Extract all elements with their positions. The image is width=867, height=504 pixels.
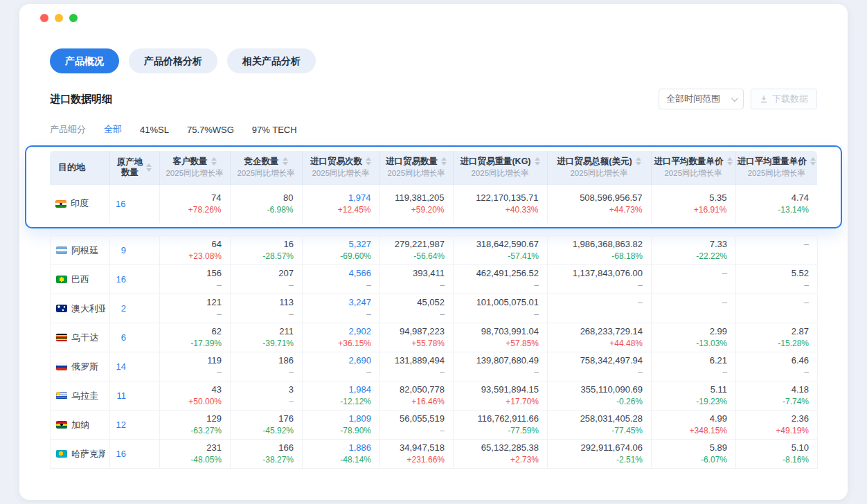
origin-count-link[interactable]: 6 bbox=[121, 332, 126, 343]
table-row[interactable]: 巴西16156–207–4,566–393,411–462,491,256.52… bbox=[51, 265, 818, 294]
minimize-window-button[interactable] bbox=[55, 14, 63, 22]
sorter-icon[interactable] bbox=[810, 157, 816, 165]
tab-related-product-analysis[interactable]: 相关产品分析 bbox=[227, 48, 316, 73]
sort-up-icon bbox=[146, 163, 152, 167]
sort-down-icon bbox=[810, 162, 816, 165]
metric-value: 94,987,223 bbox=[388, 325, 445, 338]
sorter-icon[interactable] bbox=[211, 157, 217, 165]
close-window-button[interactable] bbox=[40, 14, 48, 22]
metric-cell: 4.74-13.14% bbox=[735, 184, 817, 223]
growth-value: – bbox=[388, 309, 445, 321]
column-header-7[interactable]: 进口贸易重量(KG)2025同比增长率 bbox=[453, 151, 547, 184]
growth-value bbox=[556, 309, 643, 321]
table-row[interactable]: 加纳12129-63.27%176-45.92%1,809-78.90%56,0… bbox=[51, 411, 818, 440]
column-subtitle: 2025同比增长率 bbox=[166, 168, 223, 179]
metric-value: – bbox=[660, 296, 727, 309]
metric-value: 116,762,911.66 bbox=[462, 413, 539, 425]
growth-value: +59.20% bbox=[388, 204, 445, 216]
table-row[interactable]: 乌干达662-17.39%211-39.71%2,902+36.15%94,98… bbox=[51, 323, 818, 352]
growth-value: – bbox=[168, 367, 222, 379]
metric-value: 2.99 bbox=[660, 325, 727, 338]
origin-count-link[interactable]: 16 bbox=[116, 199, 125, 209]
trade-count-link[interactable]: 2,690 bbox=[311, 354, 371, 367]
metric-cell: – bbox=[736, 294, 818, 323]
origin-count-link[interactable]: 2 bbox=[121, 303, 126, 314]
sorter-icon[interactable] bbox=[441, 157, 447, 165]
metric-cell: 4,566– bbox=[303, 265, 380, 294]
column-header-10[interactable]: 进口平均重量单价2025同比增长率 bbox=[735, 151, 817, 184]
sort-down-icon bbox=[146, 168, 152, 172]
trade-count-link[interactable]: 1,974 bbox=[311, 192, 371, 204]
metric-cell: 62-17.39% bbox=[160, 323, 231, 352]
country-name: 澳大利亚 bbox=[71, 303, 105, 315]
metric-value: 6.46 bbox=[744, 354, 809, 367]
table-row[interactable]: 俄罗斯14119–186–2,690–131,889,494–139,807,6… bbox=[51, 352, 818, 381]
table-row[interactable]: 阿根廷964+23.08%16-28.57%5,327-69.60%279,22… bbox=[51, 236, 818, 265]
metric-cell: 5.89-6.07% bbox=[652, 440, 736, 469]
growth-value: -13.14% bbox=[744, 204, 810, 216]
metric-value: – bbox=[744, 238, 809, 251]
column-header-3[interactable]: 客户数量2025同比增长率 bbox=[159, 151, 230, 184]
sorter-icon[interactable] bbox=[535, 157, 540, 165]
growth-value: – bbox=[239, 367, 294, 379]
filter-option-41sl[interactable]: 41%SL bbox=[140, 125, 169, 135]
metric-cell: 1,809-78.90% bbox=[303, 411, 380, 440]
metric-cell: 64+23.08% bbox=[160, 236, 231, 265]
sorter-icon[interactable] bbox=[366, 157, 371, 165]
sort-up-icon bbox=[441, 157, 447, 161]
trade-count-link[interactable]: 1,809 bbox=[311, 413, 371, 425]
column-header-5[interactable]: 进口贸易次数2025同比增长率 bbox=[302, 151, 379, 184]
trade-count-link[interactable]: 1,886 bbox=[311, 442, 371, 454]
column-header-8[interactable]: 进口贸易总额(美元)2025同比增长率 bbox=[547, 151, 651, 184]
origin-count-link[interactable]: 14 bbox=[116, 361, 126, 372]
column-header-9[interactable]: 进口平均数量单价2025同比增长率 bbox=[651, 151, 735, 184]
table-row[interactable]: 乌拉圭1143+50.00%3–1,984-12.12%82,050,778+1… bbox=[51, 381, 818, 411]
column-header-4[interactable]: 竞企数量2025同比增长率 bbox=[230, 151, 302, 184]
filter-option-757wsg[interactable]: 75.7%WSG bbox=[187, 125, 234, 135]
sort-down-icon bbox=[283, 162, 288, 165]
zoom-window-button[interactable] bbox=[69, 14, 78, 22]
growth-value bbox=[744, 309, 809, 321]
tab-product-overview[interactable]: 产品概况 bbox=[50, 48, 119, 73]
sorter-icon[interactable] bbox=[636, 157, 641, 165]
growth-value: – bbox=[388, 280, 445, 291]
sorter-icon[interactable] bbox=[727, 157, 733, 165]
metric-cell: 758,342,497.94– bbox=[548, 352, 652, 381]
growth-value: – bbox=[744, 280, 809, 291]
download-data-button[interactable]: 下载数据 bbox=[751, 89, 817, 109]
column-header-2[interactable]: 原产地 数量 bbox=[109, 151, 159, 184]
origin-count-link[interactable]: 16 bbox=[116, 274, 126, 285]
origin-count-link[interactable]: 12 bbox=[116, 420, 126, 430]
metric-value: 3 bbox=[239, 384, 294, 396]
metric-value: 156 bbox=[168, 267, 222, 280]
metric-value: 129 bbox=[168, 413, 222, 425]
growth-value: – bbox=[168, 280, 222, 291]
growth-value: – bbox=[660, 367, 727, 379]
table-row[interactable]: 印度1674+78.26%80-6.98%1,974+12.45%119,381… bbox=[50, 184, 817, 223]
time-range-select[interactable]: 全部时间范围 bbox=[659, 89, 744, 109]
origin-count-link[interactable]: 16 bbox=[116, 449, 126, 459]
origin-count-link[interactable]: 11 bbox=[117, 390, 127, 401]
table-row[interactable]: 澳大利亚2121–113–3,247–45,052–101,005,075.01… bbox=[51, 294, 818, 323]
table-body-section: 阿根廷964+23.08%16-28.57%5,327-69.60%279,22… bbox=[50, 235, 817, 469]
filter-option-all[interactable]: 全部 bbox=[104, 123, 122, 136]
trade-count-link[interactable]: 3,247 bbox=[311, 296, 371, 309]
trade-count-link[interactable]: 5,327 bbox=[311, 238, 371, 251]
trade-count-link[interactable]: 1,984 bbox=[311, 384, 371, 396]
tab-product-price-analysis[interactable]: 产品价格分析 bbox=[129, 48, 217, 73]
origin-count-cell: 12 bbox=[110, 411, 160, 440]
sorter-icon[interactable] bbox=[146, 163, 152, 172]
origin-count-link[interactable]: 9 bbox=[121, 245, 126, 255]
trade-count-link[interactable]: 2,902 bbox=[311, 325, 371, 338]
filter-option-97tech[interactable]: 97% TECH bbox=[252, 125, 297, 135]
sorter-icon[interactable] bbox=[283, 157, 288, 165]
trade-count-link[interactable]: 4,566 bbox=[311, 267, 371, 280]
table-row[interactable]: 哈萨克斯坦16231-48.05%166-38.27%1,886-48.14%3… bbox=[51, 440, 818, 469]
metric-cell: 45,052– bbox=[380, 294, 454, 323]
column-header-6[interactable]: 进口贸易数量2025同比增长率 bbox=[379, 151, 453, 184]
import-data-table-body: 阿根廷964+23.08%16-28.57%5,327-69.60%279,22… bbox=[50, 235, 818, 469]
column-title: 进口贸易重量(KG) bbox=[460, 156, 530, 167]
metric-value: 34,947,518 bbox=[388, 442, 445, 454]
metric-cell: 279,221,987-56.64% bbox=[380, 236, 454, 265]
metric-cell: 292,911,674.06-2.51% bbox=[548, 440, 652, 469]
